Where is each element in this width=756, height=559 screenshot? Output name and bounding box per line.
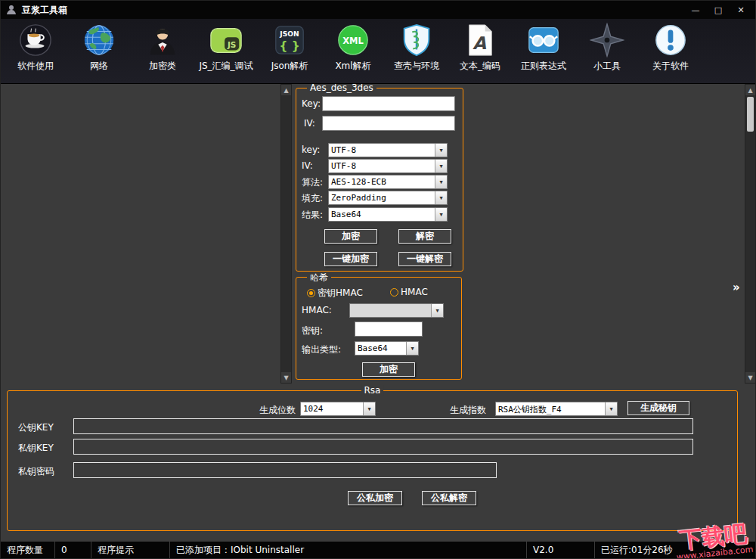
scroll-up-icon[interactable]: ▲ <box>281 85 291 95</box>
rsa-public-key-input[interactable] <box>73 418 693 434</box>
hash-panel-title: 哈希 <box>307 272 331 284</box>
radio-key-hmac[interactable]: 密钥HMAC <box>307 287 363 300</box>
aes-panel-title: Aes_des_3des <box>307 82 376 93</box>
toolbar-item-label: JS_汇编_调试 <box>199 60 253 73</box>
toolbar-item-js-debug[interactable]: JS JS_汇编_调试 <box>197 23 255 83</box>
radio-label: 密钥HMAC <box>318 287 363 300</box>
rsa-generate-key-button[interactable]: 生成秘钥 <box>627 401 689 415</box>
glasses-icon <box>526 23 561 57</box>
toolbar-item-about[interactable]: 关于软件 <box>642 23 699 83</box>
minimize-button[interactable]: — <box>686 3 705 17</box>
toolbar-item-small-tools[interactable]: 小工具 <box>578 23 636 83</box>
chevron-down-icon[interactable]: ▼ <box>605 402 617 415</box>
chevron-down-icon[interactable]: ▼ <box>363 402 375 415</box>
hash-output-type-combo[interactable]: Base64 ▼ <box>355 341 419 356</box>
toolbar-item-json-parse[interactable]: JSON{ } Json解析 <box>261 23 318 83</box>
hash-key-input[interactable] <box>355 321 423 337</box>
left-pane-scrollbar: ▲ ▼ <box>280 84 292 384</box>
chevron-down-icon[interactable]: ▼ <box>435 144 447 157</box>
combo-value <box>350 304 431 317</box>
rsa-decrypt-button[interactable]: 公私解密 <box>422 491 476 505</box>
aes-one-key-encrypt-button[interactable]: 一键加密 <box>324 252 377 266</box>
aes-result-label: 结果: <box>302 209 323 222</box>
toolbar-item-software-usage[interactable]: 软件使用 <box>7 23 64 83</box>
aes-encrypt-button[interactable]: 加密 <box>324 229 377 244</box>
aes-algorithm-combo[interactable]: AES-128-ECB ▼ <box>328 175 448 189</box>
radio-selected-icon <box>307 289 315 297</box>
right-scrollbar: ▲ ▼ <box>745 84 756 384</box>
aes-panel: Aes_des_3des Key: IV: key: UTF-8 ▼ IV: U… <box>296 88 463 272</box>
app-window: { "window": { "title": "豆浆工具箱", "control… <box>0 0 756 559</box>
radio-hmac[interactable]: HMAC <box>390 287 428 297</box>
rsa-bits-combo[interactable]: 1024 ▼ <box>300 402 376 416</box>
panel-expand-button[interactable]: » <box>733 281 740 294</box>
chevron-down-icon[interactable]: ▼ <box>435 191 447 204</box>
scroll-down-icon[interactable]: ▼ <box>745 372 755 383</box>
hash-hmac-combo[interactable]: ▼ <box>349 303 444 318</box>
rsa-private-key-password-label: 私钥密码 <box>18 465 54 478</box>
json-icon: JSON{ } <box>272 23 307 57</box>
radio-label: HMAC <box>401 287 428 297</box>
rsa-exponent-combo[interactable]: RSA公钥指数_F4 ▼ <box>495 402 618 416</box>
aes-result-combo[interactable]: Base64 ▼ <box>328 207 448 222</box>
maximize-button[interactable]: □ <box>708 3 728 17</box>
hash-key-label: 密钥: <box>302 325 323 337</box>
rsa-encrypt-button[interactable]: 公私加密 <box>348 491 402 505</box>
rsa-private-key-input[interactable] <box>73 439 693 455</box>
aes-algorithm-label: 算法: <box>302 176 323 189</box>
combo-value: ZeroPadding <box>329 191 435 204</box>
xml-icon: XML <box>336 23 370 57</box>
aes-padding-combo[interactable]: ZeroPadding ▼ <box>328 191 448 205</box>
toolbar-item-label: 文本_编码 <box>460 60 500 73</box>
toolbar-item-text-encoding[interactable]: A 文本_编码 <box>451 23 509 83</box>
shuriken-icon <box>590 23 624 57</box>
chevron-down-icon[interactable]: ▼ <box>435 175 447 188</box>
aes-key-input[interactable] <box>322 96 455 111</box>
aes-key-label: Key: <box>302 98 321 109</box>
status-added-item: 已添加项目：IObit Uninstaller <box>170 542 527 558</box>
combo-value: Base64 <box>329 208 435 221</box>
status-program-hint-label: 程序提示 <box>91 542 170 558</box>
hash-output-type-label: 输出类型: <box>302 343 341 356</box>
toolbar-item-xml-parse[interactable]: XML Xml解析 <box>324 23 382 83</box>
rsa-private-key-password-input[interactable] <box>73 462 497 478</box>
aes-decrypt-button[interactable]: 解密 <box>398 229 451 244</box>
combo-value: UTF-8 <box>329 144 435 157</box>
titlebar: 豆浆工具箱 — □ ✕ <box>1 1 755 19</box>
hash-panel: 哈希 密钥HMAC HMAC HMAC: ▼ 密钥: 输出类型: Base64 … <box>296 277 462 380</box>
combo-value: 1024 <box>301 402 363 415</box>
scrollbar-thumb[interactable] <box>747 97 754 132</box>
toolbar-item-label: 软件使用 <box>17 60 54 73</box>
globe-icon <box>82 23 116 57</box>
aes-one-key-decrypt-button[interactable]: 一键解密 <box>398 252 451 266</box>
aes-charset-key-label: key: <box>302 144 320 155</box>
toolbar: 软件使用 网络 加密类 JS JS_汇编_调试 JSON{ } Json解析 X… <box>1 19 755 84</box>
svg-text:JS: JS <box>227 40 237 49</box>
close-button[interactable]: ✕ <box>731 3 751 17</box>
aes-charset-iv-combo[interactable]: UTF-8 ▼ <box>328 159 448 173</box>
radio-unselected-icon <box>390 288 398 297</box>
rsa-exponent-label: 生成指数 <box>450 404 486 417</box>
hash-encrypt-button[interactable]: 加密 <box>362 362 415 377</box>
toolbar-item-shell-env[interactable]: 查壳与环境 <box>388 23 445 83</box>
rsa-private-key-label: 私钥KEY <box>18 442 54 455</box>
window-controls: — □ ✕ <box>686 3 751 17</box>
combo-value: UTF-8 <box>329 160 435 172</box>
chevron-down-icon[interactable]: ▼ <box>435 160 447 172</box>
scroll-up-icon[interactable]: ▲ <box>745 85 755 95</box>
toolbar-item-network[interactable]: 网络 <box>70 23 128 83</box>
chevron-down-icon[interactable]: ▼ <box>435 208 447 221</box>
toolbar-item-regex[interactable]: 正则表达式 <box>515 23 572 83</box>
rsa-panel-title: Rsa <box>361 385 384 396</box>
document-icon: A <box>463 23 497 57</box>
aes-padding-label: 填充: <box>302 192 323 205</box>
toolbar-item-encryption[interactable]: 加密类 <box>134 23 191 83</box>
aes-charset-key-combo[interactable]: UTF-8 ▼ <box>328 143 448 157</box>
scroll-down-icon[interactable]: ▼ <box>281 372 291 383</box>
toolbar-item-label: 正则表达式 <box>521 60 566 73</box>
aes-iv-input[interactable] <box>322 116 455 131</box>
chevron-down-icon[interactable]: ▼ <box>406 342 418 355</box>
chevron-down-icon[interactable]: ▼ <box>431 304 443 317</box>
rsa-public-key-label: 公钥KEY <box>18 421 54 434</box>
svg-text:XML: XML <box>342 36 364 46</box>
